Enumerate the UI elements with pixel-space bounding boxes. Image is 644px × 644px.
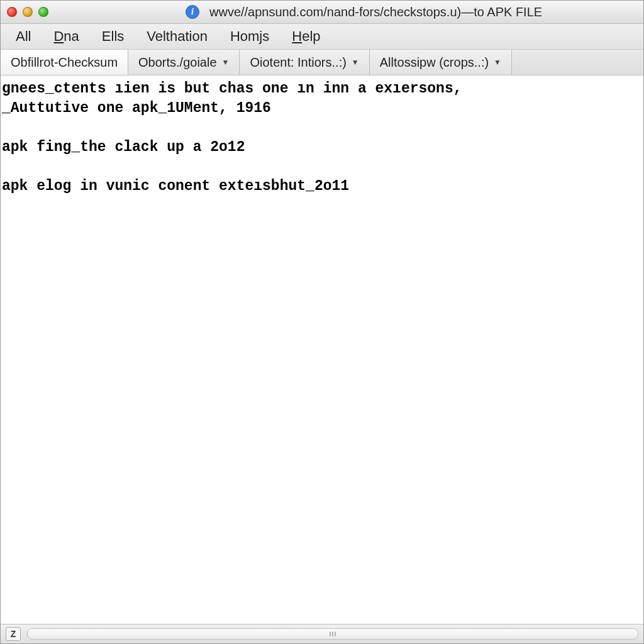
- zoom-icon[interactable]: [38, 7, 48, 17]
- status-z-button[interactable]: Z: [6, 627, 21, 641]
- menu-item-homjs[interactable]: Homjs: [219, 26, 280, 47]
- tab-label: Oiotent: Intiors..:): [250, 55, 346, 70]
- tab-label: Oborts./goiale: [138, 55, 217, 70]
- menu-item-dna[interactable]: Dna: [42, 26, 90, 47]
- tab-2[interactable]: Oiotent: Intiors..:)▼: [240, 50, 369, 75]
- statusbar: Z: [1, 624, 643, 643]
- tab-3[interactable]: Alltossipw (crops..:)▼: [370, 50, 512, 75]
- tab-label: Obfillrot-Checksum: [11, 55, 118, 70]
- app-window: i wwve//apnsund.com/nand-fors/checkstops…: [0, 0, 644, 644]
- tabrow: Obfillrot-ChecksumOborts./goiale▼Oiotent…: [1, 50, 643, 75]
- titlebar: i wwve//apnsund.com/nand-fors/checkstops…: [1, 1, 643, 24]
- chevron-down-icon: ▼: [222, 58, 230, 67]
- scrollbar-grip-icon: [328, 631, 338, 637]
- horizontal-scrollbar[interactable]: [27, 628, 638, 640]
- chevron-down-icon: ▼: [352, 58, 359, 67]
- close-icon[interactable]: [7, 7, 17, 17]
- minimize-icon[interactable]: [23, 7, 33, 17]
- tab-0[interactable]: Obfillrot-Checksum: [1, 50, 128, 75]
- window-title: wwve//apnsund.com/nand-fors/checkstops.u…: [209, 5, 542, 19]
- traffic-lights: [7, 7, 48, 17]
- tab-1[interactable]: Oborts./goiale▼: [128, 50, 240, 75]
- tab-label: Alltossipw (crops..:): [380, 55, 489, 70]
- menubar: AllDnaEllsVelthationHomjsHelp: [1, 24, 643, 50]
- info-icon: i: [186, 5, 199, 19]
- menu-item-all[interactable]: All: [4, 26, 42, 47]
- menu-item-velthation[interactable]: Velthation: [135, 26, 219, 47]
- content-area[interactable]: gnees_ctents ıien is but chas one ın inn…: [1, 75, 643, 624]
- menu-item-ells[interactable]: Ells: [91, 26, 135, 47]
- chevron-down-icon: ▼: [494, 58, 501, 67]
- menu-item-help[interactable]: Help: [280, 26, 331, 47]
